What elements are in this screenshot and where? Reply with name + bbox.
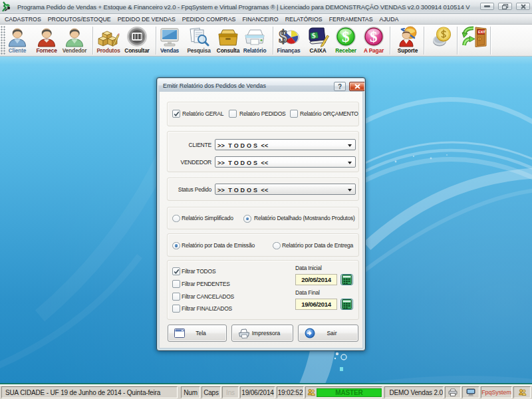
menu-financeiro[interactable]: FINANCEIRO <box>239 16 281 23</box>
checkbox-relatorio-orcamento[interactable] <box>290 110 298 118</box>
toolbar-button-produtos[interactable]: Produtos <box>92 26 124 56</box>
checkbox-filtrar-todos[interactable] <box>172 267 180 275</box>
checkbox-filtrar-cancelados[interactable] <box>172 293 180 301</box>
users-icon <box>307 388 315 396</box>
dialog-content: Relatório GERAL Relatóro PEDIDOS Relatór… <box>160 92 362 348</box>
toolbar-button-cliente[interactable]: Cliente <box>1 26 33 56</box>
menu-ferramentas[interactable]: FERRAMENTAS <box>326 16 376 23</box>
minimize-button[interactable] <box>480 3 494 10</box>
menubar: CADASTROS PRODUTOS/ESTOQUE PEDIDO DE VEN… <box>0 14 532 25</box>
statusbar: SUA CIDADE - UF 19 de Junho de 2014 - Qu… <box>0 385 532 399</box>
radio-data-emissao[interactable] <box>172 242 180 250</box>
toolbar-separator <box>457 27 458 55</box>
toolbar-button-caixa[interactable]: $ CAIXA <box>302 26 334 56</box>
statusbar-date-panel: 19/06/2014 <box>240 386 275 398</box>
svg-text:$: $ <box>370 29 378 45</box>
radio-relatorio-simplificado[interactable] <box>172 215 180 223</box>
close-button[interactable] <box>516 3 530 10</box>
vendedor-combobox[interactable]: >> T O D O S << <box>215 156 356 168</box>
toolbar-button-exit[interactable]: EXIT <box>459 26 491 56</box>
cliente-combobox[interactable]: >> T O D O S << <box>215 139 356 150</box>
toolbar-button-coin[interactable] <box>426 26 458 56</box>
toolbar-button-consultar[interactable]: Consultar <box>121 26 153 56</box>
radio-relatorio-detalhado[interactable] <box>243 215 251 223</box>
menu-pedido-compras[interactable]: PEDIDO COMPRAS <box>179 16 239 23</box>
sair-button[interactable]: Sair <box>298 325 358 342</box>
data-final-field[interactable]: 19/06/2014 <box>295 299 337 310</box>
menu-pedido-de-vendas[interactable]: PEDIDO DE VENDAS <box>114 16 179 23</box>
menu-produtos-estoque[interactable]: PRODUTOS/ESTOQUE <box>45 16 114 23</box>
radio-selected-dot <box>175 244 178 247</box>
caps-lock-indicator: Caps <box>203 389 219 396</box>
menu-cadastros[interactable]: CADASTROS <box>1 16 45 23</box>
status-pedido-combobox[interactable]: >> T O D O S << <box>215 184 356 195</box>
toolbar-separator <box>273 27 274 55</box>
restore-glyph-icon <box>502 4 509 9</box>
statusbar-location-panel: SUA CIDADE - UF 19 de Junho de 2014 - Qu… <box>1 386 178 398</box>
filter-group: Filtrar TODOS Filtrar PENDENTES Filtrar … <box>167 260 359 320</box>
radio-label: Relatório Detalhado (Mostrando Produtos) <box>254 215 355 221</box>
data-inicial-label: Data Inicial <box>295 265 322 271</box>
pay-money-icon: $ <box>363 26 384 47</box>
support-person-icon <box>396 26 419 47</box>
toolbar-button-vendas[interactable]: Vendas <box>154 26 186 56</box>
dialog-close-button[interactable] <box>349 82 364 91</box>
dialog-help-button[interactable]: ? <box>334 82 346 91</box>
statusbar-version-panel: DEMO Vendas 2.0 <box>384 386 444 398</box>
report-dialog: Emitir Relatório dos Pedidos de Vendas ?… <box>156 77 366 351</box>
radio-data-entrega[interactable] <box>273 242 281 250</box>
statusbar-computer-panel[interactable] <box>462 386 479 398</box>
toolbar-separator <box>490 27 491 55</box>
toolbar-button-financas[interactable]: $ Finanças <box>273 26 305 56</box>
toolbar-button-fornece[interactable]: Fornece <box>31 26 63 56</box>
toolbar-label: Cliente <box>9 47 27 55</box>
toolbar-button-a-pagar[interactable]: $ A Pagar <box>358 26 390 56</box>
svg-text:$: $ <box>342 29 350 45</box>
menu-relatorios[interactable]: RELATÓRIOS <box>282 16 326 23</box>
checkbox-label: Relatório ORÇAMENTO <box>300 110 358 117</box>
app-version-text: DEMO Vendas 2.0 <box>389 389 443 396</box>
data-inicial-field[interactable]: 20/05/2014 <box>295 274 337 285</box>
toolbar-label: Consulta <box>217 47 239 55</box>
statusbar-users-panel[interactable] <box>513 386 531 398</box>
data-final-label: Data Final <box>295 289 320 296</box>
restore-button[interactable] <box>498 3 512 10</box>
menu-ajuda[interactable]: AJUDA <box>376 16 402 23</box>
seller-person-icon <box>65 26 84 47</box>
toolbar-button-relatorio[interactable]: Relatório <box>239 26 271 56</box>
checkbox-label: Filtrar FINALIZADOS <box>182 305 232 312</box>
checkbox-relatorio-geral[interactable] <box>172 110 180 118</box>
checkbox-relatoro-pedidos[interactable] <box>229 110 237 118</box>
statusbar-printer-panel[interactable] <box>445 386 461 398</box>
detail-radio-group: Relatório Simplificado Relatório Detalha… <box>167 207 359 229</box>
svg-text:$: $ <box>279 27 288 47</box>
toolbar-button-receber[interactable]: $ Receber <box>330 26 362 56</box>
toolbar-separator <box>92 27 94 55</box>
coin-icon <box>430 26 455 47</box>
toolbar-button-pesquisa[interactable]: Pesquisa <box>183 26 215 56</box>
insert-indicator: Ins <box>226 389 235 396</box>
toolbar-label: Consultar <box>124 47 149 55</box>
impressora-button[interactable]: Impressora <box>231 325 293 342</box>
toolbar: Cliente Fornece Vendedor <box>0 25 532 57</box>
data-inicial-calendar-button[interactable] <box>340 274 353 285</box>
date-type-radio-group: Relatório por Data de Emissão Relatório … <box>167 233 359 257</box>
data-final-calendar-button[interactable] <box>340 299 353 310</box>
checkbox-filtrar-pendentes[interactable] <box>172 280 180 288</box>
receive-money-icon: $ <box>335 26 356 47</box>
toolbar-button-vendedor[interactable]: Vendedor <box>59 26 90 56</box>
checkbox-filtrar-finalizados[interactable] <box>172 305 180 313</box>
checkbox-label: Filtrar TODOS <box>182 268 215 275</box>
entity-combo-group: CLIENTE >> T O D O S << VENDEDOR >> T O … <box>167 131 359 172</box>
barcode-icon <box>126 26 148 47</box>
statusbar-caps-panel: Caps <box>201 386 221 398</box>
combobox-value: >> T O D O S << <box>217 187 268 194</box>
toolbar-button-suporte[interactable]: Suporte <box>392 26 424 56</box>
tela-button[interactable]: Tela <box>168 325 227 342</box>
products-boxes-icon <box>97 26 120 47</box>
search-docs-icon <box>188 26 209 47</box>
cliente-label: CLIENTE <box>168 142 211 148</box>
combobox-arrow-icon <box>348 162 352 164</box>
window-titlebar: Programa Pedido de Vendas + Estoque & Fi… <box>0 0 532 14</box>
checkbox-label: Filtrar CANCELADOS <box>182 293 234 300</box>
